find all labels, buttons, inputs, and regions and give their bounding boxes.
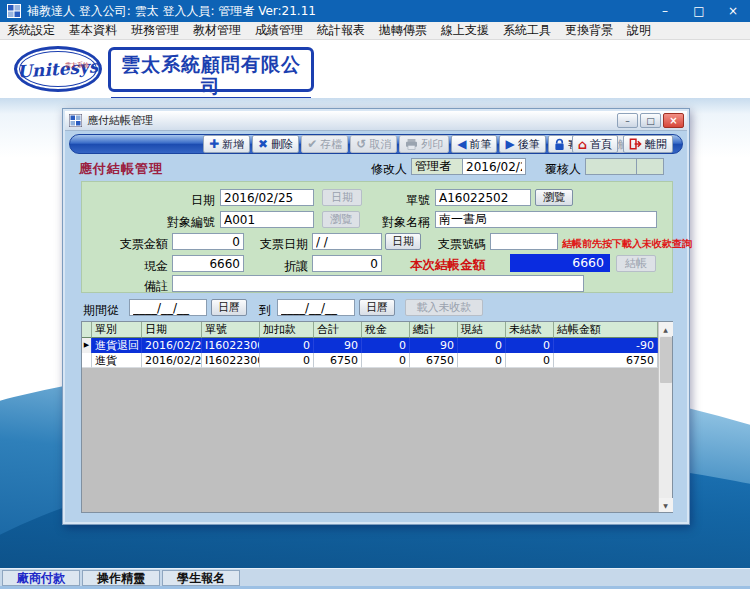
cell-date: 2016/02/23 <box>142 353 202 368</box>
row-marker-icon: ▶ <box>82 338 92 353</box>
check-amount-field[interactable] <box>172 233 244 250</box>
add-button[interactable]: ✚ 新增 <box>203 135 250 153</box>
cell-cash-settled: 0 <box>458 338 506 353</box>
column-header-settle-amount[interactable]: 結帳金額 <box>554 322 658 338</box>
period-from-field[interactable] <box>129 299 207 316</box>
table-row[interactable]: 進貨 2016/02/23 I160223001 0 6750 0 6750 0… <box>82 353 658 368</box>
column-header-tax[interactable]: 稅金 <box>362 322 410 338</box>
dialog-icon <box>69 114 82 127</box>
check-date-picker-button[interactable]: 日期 <box>385 233 421 250</box>
menu-item-class-mgmt[interactable]: 班務管理 <box>124 22 186 39</box>
discount-label: 折讓 <box>250 258 308 275</box>
calendar-to-button[interactable]: 日曆 <box>359 299 395 316</box>
exit-label: 離開 <box>645 137 667 152</box>
scroll-down-icon[interactable]: ▼ <box>659 498 673 512</box>
previous-record-button[interactable]: ◀ 前筆 <box>451 135 497 153</box>
reviewer-date-field[interactable] <box>636 158 664 175</box>
reviewer-name-field[interactable] <box>585 158 637 175</box>
menu-item-voucher[interactable]: 拋轉傳票 <box>372 22 434 39</box>
party-code-field[interactable] <box>220 211 314 228</box>
check-date-label: 支票日期 <box>250 236 308 253</box>
column-header-total[interactable]: 總計 <box>410 322 458 338</box>
plus-icon: ✚ <box>209 138 219 150</box>
screen: 補教達人 登入公司: 雲太 登入人員: 管理者 Ver:21.11 – □ × … <box>0 0 750 589</box>
modifier-name-field[interactable] <box>411 158 463 175</box>
maximize-icon: □ <box>693 4 704 18</box>
cancel-button[interactable]: ↺ 取消 <box>350 135 397 153</box>
column-header-subtotal[interactable]: 合計 <box>314 322 362 338</box>
delete-button[interactable]: ✖ 刪除 <box>252 135 299 153</box>
grid-vertical-scrollbar[interactable]: ▲ ▼ <box>658 322 672 512</box>
dialog-close-button[interactable]: × <box>663 113 684 128</box>
period-to-label: 到 <box>259 302 271 319</box>
taskbar-item-vendor-payment[interactable]: 廠商付款 <box>2 570 80 586</box>
check-date-field[interactable] <box>312 233 382 250</box>
modifier-date-field[interactable] <box>462 158 526 175</box>
dialog-title: 應付結帳管理 <box>87 113 153 128</box>
menu-item-system-settings[interactable]: 系統設定 <box>0 22 62 39</box>
save-button[interactable]: ✔ 存檔 <box>301 135 348 153</box>
period-to-field[interactable] <box>277 299 355 316</box>
cell-doc-type: 進貨退回 <box>92 338 142 353</box>
cell-subtotal: 6750 <box>314 353 362 368</box>
cash-label: 現金 <box>118 258 168 275</box>
doc-no-field[interactable] <box>435 189 531 206</box>
menu-item-basic-data[interactable]: 基本資料 <box>62 22 124 39</box>
date-picker-button[interactable]: 日期 <box>322 189 362 206</box>
settle-button[interactable]: 結帳 <box>616 255 656 272</box>
unitesys-logo: Unitesys 雲太系統 <box>14 46 102 92</box>
column-header-unsettled[interactable]: 未結款 <box>506 322 554 338</box>
print-button[interactable]: 列印 <box>399 135 449 153</box>
next-icon: ▶ <box>505 138 514 150</box>
memo-field[interactable] <box>172 275 584 292</box>
logo-small-text: 雲太系統 <box>65 61 89 70</box>
taskbar-item-student-registration[interactable]: 學生報名 <box>162 570 240 586</box>
doc-browse-button[interactable]: 瀏覽 <box>535 189 573 206</box>
scroll-up-icon[interactable]: ▲ <box>659 322 673 336</box>
grid-header-marker <box>82 322 92 338</box>
taskbar-item-operation-wizard[interactable]: 操作精靈 <box>82 570 160 586</box>
dialog-minimize-icon: – <box>625 116 630 126</box>
menu-item-material-mgmt[interactable]: 教材管理 <box>186 22 248 39</box>
load-unpaid-button[interactable]: 載入未收款 <box>405 299 483 316</box>
dialog-titlebar[interactable]: 應付結帳管理 – □ × <box>65 111 687 131</box>
scroll-thumb[interactable] <box>660 337 672 383</box>
next-record-button[interactable]: ▶ 後筆 <box>499 135 545 153</box>
cell-subtotal: 90 <box>314 338 362 353</box>
doc-no-label: 單號 <box>382 192 430 209</box>
cell-adjustment: 0 <box>260 353 314 368</box>
menu-item-online-support[interactable]: 線上支援 <box>434 22 496 39</box>
table-row-selected[interactable]: ▶ 進貨退回 2016/02/23 I160223001 0 90 0 90 0… <box>82 338 658 353</box>
discount-field[interactable] <box>312 255 382 272</box>
next-label: 後筆 <box>518 137 540 152</box>
menu-item-change-background[interactable]: 更換背景 <box>558 22 620 39</box>
calendar-from-button[interactable]: 日曆 <box>211 299 247 316</box>
cell-settle-amount: -90 <box>554 338 658 353</box>
column-header-cash-settled[interactable]: 現結 <box>458 322 506 338</box>
menu-item-statistics[interactable]: 統計報表 <box>310 22 372 39</box>
column-header-adjustment[interactable]: 加扣款 <box>260 322 314 338</box>
window-maximize-button[interactable]: □ <box>682 0 716 22</box>
column-header-doc-type[interactable]: 單別 <box>92 322 142 338</box>
date-field[interactable] <box>220 189 314 206</box>
check-no-field[interactable] <box>490 233 558 250</box>
cash-field[interactable] <box>172 255 244 272</box>
menu-item-system-tools[interactable]: 系統工具 <box>496 22 558 39</box>
cancel-label: 取消 <box>369 137 391 152</box>
main-titlebar[interactable]: 補教達人 登入公司: 雲太 登入人員: 管理者 Ver:21.11 – □ × <box>0 0 750 22</box>
window-minimize-button[interactable]: – <box>648 0 682 22</box>
menu-item-grade-mgmt[interactable]: 成績管理 <box>248 22 310 39</box>
window-close-button[interactable]: × <box>716 0 750 22</box>
dialog-maximize-button[interactable]: □ <box>640 113 661 128</box>
party-browse-button[interactable]: 瀏覽 <box>322 211 360 228</box>
party-name-field[interactable] <box>435 211 657 228</box>
delete-x-icon: ✖ <box>258 138 268 150</box>
column-header-date[interactable]: 日期 <box>142 322 202 338</box>
home-button[interactable]: ⌂ 首頁 <box>572 135 618 153</box>
date-label: 日期 <box>157 192 215 209</box>
exit-button[interactable]: 離開 <box>623 135 673 153</box>
menu-item-help[interactable]: 說明 <box>620 22 658 39</box>
dialog-minimize-button[interactable]: – <box>617 113 638 128</box>
column-header-doc-no[interactable]: 單號 <box>202 322 260 338</box>
reviewer-label: 覆核人 <box>535 161 581 178</box>
